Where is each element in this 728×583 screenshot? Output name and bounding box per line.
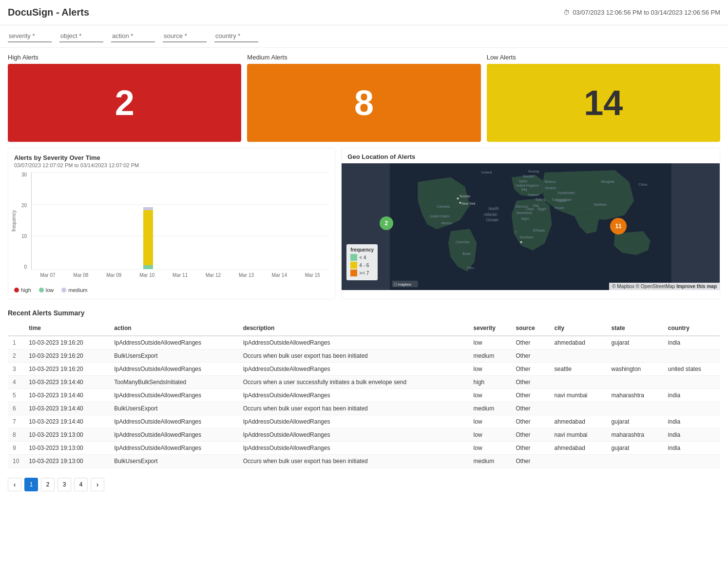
col-country: country: [663, 321, 720, 336]
cell-state: washington: [607, 363, 663, 376]
cell-source: Other: [511, 415, 550, 428]
x-labels: Mar 07 Mar 08 Mar 09 Mar 10 Mar 11 Mar 1…: [31, 271, 329, 284]
geo-container: Geo Location of Alerts: [341, 148, 720, 299]
prev-page-button[interactable]: ‹: [8, 478, 21, 491]
svg-text:United Kingdom: United Kingdom: [516, 184, 539, 188]
cell-severity: low: [469, 363, 511, 376]
table-header-row: time action description severity source …: [8, 321, 720, 336]
cell-city: [549, 376, 606, 389]
cell-city: seattle: [549, 363, 606, 376]
country-filter[interactable]: [214, 30, 258, 42]
page-header: DocuSign - Alerts ⏱ 03/07/2023 12:06:56 …: [0, 0, 728, 25]
action-filter[interactable]: [111, 30, 155, 42]
freq-mid-box: [350, 262, 357, 269]
medium-alert-label: Medium Alerts: [247, 54, 480, 61]
table-row: 7 10-03-2023 19:14:40 IpAddressOutsideAl…: [8, 415, 720, 428]
chart-legend: high low medium: [14, 287, 329, 293]
severity-filter[interactable]: [8, 30, 52, 42]
filter-bar: [0, 25, 728, 48]
cell-time: 10-03-2023 19:16:20: [24, 363, 109, 376]
cell-source: Other: [511, 402, 550, 415]
chart-title: Alerts by Severity Over Time: [14, 154, 329, 161]
source-filter[interactable]: [163, 30, 207, 42]
cell-city: [549, 402, 606, 415]
cell-time: 10-03-2023 19:13:00: [24, 442, 109, 455]
page-1-button[interactable]: 1: [24, 478, 38, 491]
object-filter[interactable]: [59, 30, 103, 42]
cell-action: IpAddressOutsideAllowedRanges: [109, 415, 238, 428]
cell-country: india: [663, 336, 720, 350]
svg-text:⬡ mapbox: ⬡ mapbox: [394, 282, 412, 287]
svg-text:United States: United States: [430, 214, 450, 218]
cell-country: india: [663, 442, 720, 455]
cell-city: ahmedabad: [549, 415, 606, 428]
bars-wrapper: [32, 172, 329, 269]
cell-state: maharashtra: [607, 428, 663, 442]
page-3-button[interactable]: 3: [57, 478, 71, 491]
svg-point-30: [460, 202, 461, 204]
cell-num: 6: [8, 402, 24, 415]
col-description: description: [238, 321, 469, 336]
low-alert-label: Low Alerts: [487, 54, 720, 61]
next-page-button[interactable]: ›: [91, 478, 104, 491]
cell-state: gujarat: [607, 336, 663, 350]
cell-action: IpAddressOutsideAllowedRanges: [109, 336, 238, 350]
cell-source: Other: [511, 389, 550, 402]
svg-text:Atlantic: Atlantic: [483, 212, 498, 217]
svg-text:Canada: Canada: [437, 204, 451, 209]
svg-text:Kinshasa: Kinshasa: [520, 235, 534, 239]
date-range: ⏱ 03/07/2023 12:06:56 PM to 03/14/2023 1…: [563, 9, 720, 16]
cell-source: Other: [511, 350, 550, 363]
freq-legend: frequency < 4 4 - 6 >= 7: [346, 244, 378, 280]
table-row: 3 10-03-2023 19:16:20 IpAddressOutsideAl…: [8, 363, 720, 376]
cell-source: Other: [511, 336, 550, 350]
cell-description: IpAddressOutsideAllowedRanges: [238, 389, 469, 402]
svg-text:Belarus: Belarus: [545, 180, 556, 183]
high-alert-count: 2: [8, 64, 241, 142]
legend-low: low: [39, 287, 54, 293]
table-row: 6 10-03-2023 19:14:40 BulkUsersExport Oc…: [8, 402, 720, 415]
svg-text:Egypt: Egypt: [538, 207, 546, 211]
cell-severity: high: [469, 376, 511, 389]
alert-cards-row: High Alerts 2 Medium Alerts 8 Low Alerts…: [0, 48, 728, 148]
clock-icon: ⏱: [563, 9, 570, 16]
svg-text:Mauritania: Mauritania: [517, 211, 532, 214]
cell-city: ahmedabad: [549, 336, 606, 350]
cell-severity: medium: [469, 350, 511, 363]
legend-dot-low: [39, 288, 44, 292]
svg-text:Brazil: Brazil: [463, 252, 471, 255]
page-4-button[interactable]: 4: [74, 478, 88, 491]
cell-severity: low: [469, 428, 511, 442]
cell-time: 10-03-2023 19:14:40: [24, 415, 109, 428]
cell-state: gujarat: [607, 442, 663, 455]
col-time: time: [24, 321, 109, 336]
cell-country: united states: [663, 363, 720, 376]
cell-action: IpAddressOutsideAllowedRanges: [109, 389, 238, 402]
svg-text:Italy: Italy: [521, 188, 528, 192]
cell-city: navi mumbai: [549, 428, 606, 442]
cell-time: 10-03-2023 19:13:00: [24, 428, 109, 442]
svg-text:Toronto: Toronto: [460, 194, 471, 198]
geo-title: Geo Location of Alerts: [342, 148, 720, 163]
svg-text:Kazakhstan: Kazakhstan: [558, 191, 575, 194]
cell-description: IpAddressOutsideAllowedRanges: [238, 428, 469, 442]
cell-num: 2: [8, 350, 24, 363]
svg-text:Peru: Peru: [467, 266, 474, 270]
cell-country: india: [663, 389, 720, 402]
page-title: DocuSign - Alerts: [8, 7, 89, 18]
bar-low: [143, 210, 153, 265]
improve-map-link[interactable]: Improve this map: [676, 284, 717, 289]
bar-group-0: [45, 172, 54, 269]
cell-source: Other: [511, 455, 550, 468]
cell-source: Other: [511, 376, 550, 389]
svg-text:Mexico: Mexico: [441, 221, 452, 225]
svg-text:Iceland: Iceland: [481, 171, 492, 174]
cell-severity: low: [469, 442, 511, 455]
svg-text:Ethiopia: Ethiopia: [533, 229, 545, 233]
table-title: Recent Alerts Summary: [8, 309, 720, 317]
high-alert-card: High Alerts 2: [8, 54, 241, 142]
cell-city: ahmedabad: [549, 442, 606, 455]
page-2-button[interactable]: 2: [41, 478, 55, 491]
cell-city: [549, 455, 606, 468]
bar-medium: [143, 265, 153, 269]
